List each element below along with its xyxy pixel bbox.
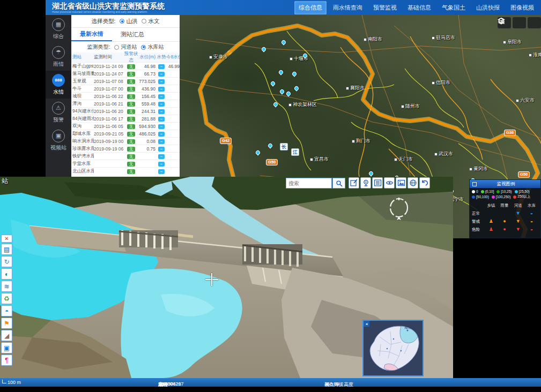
cell-trend: − (157, 154, 166, 159)
webcam-button[interactable] (360, 177, 371, 189)
search-button[interactable] (332, 178, 345, 189)
cell-status: 无 (124, 169, 138, 174)
viewer-tool-icon: ▣ (4, 344, 10, 352)
table-row[interactable]: 落马坡雨量... 2019-11-24 07 无 66.73 − (71, 70, 180, 77)
radio-mountain-flood[interactable] (120, 19, 124, 24)
city-label: 神农架林区 (288, 101, 317, 108)
compass[interactable] (388, 197, 410, 221)
left-sidebar: ▦ 综合 ☂ 雨情 888 水情 ⚠ 预警 ▣ 视频站 (46, 15, 71, 177)
cell-station: 双沟 (71, 123, 94, 130)
radio-reservoir-station[interactable] (141, 45, 146, 50)
city-label: 信阳市 (432, 79, 450, 86)
menu-item[interactable]: 综合信息 (294, 1, 327, 14)
cell-status: 无 (124, 154, 138, 159)
cell-status: 无 (124, 146, 138, 152)
town-marker-icon: ♟ (484, 227, 498, 232)
menu-item[interactable]: 基础信息 (403, 1, 435, 14)
legend-header[interactable]: 监视图例 (470, 180, 540, 188)
menu-item[interactable]: 图像视频 (506, 1, 538, 14)
table-row[interactable]: 鄢城水库 2019-09-21 05 无 486.025 − (71, 130, 180, 137)
status-badge: 无 (127, 132, 136, 137)
table-row[interactable]: 94兴建水位... 2019-11-06 20 无 244.31 − (71, 107, 180, 115)
viewer-tool-button[interactable]: ◢ (1, 330, 12, 341)
table-row[interactable]: 牛斗 2019-11-07 00 无 436.90 − (71, 85, 180, 92)
chart-edit-button[interactable] (349, 177, 359, 189)
sidebar-item[interactable]: ☂ 雨情 (46, 43, 71, 71)
overview-inset-map[interactable]: ◂ 海口市 (362, 320, 424, 376)
city-marker-icon (209, 56, 212, 59)
menu-item[interactable]: 气象国土 (438, 1, 470, 14)
table-row[interactable]: 珍珠露水库(... 2019-09-19 06 无 0.75 − (71, 145, 180, 152)
viewer-tool-button[interactable]: ♻ (1, 293, 12, 304)
trend-steady-icon: − (158, 154, 165, 159)
viewer-tool-button[interactable]: ≋ (1, 281, 12, 292)
viewer-tool-button[interactable]: ◓ (1, 305, 12, 316)
table-row[interactable]: 84兴建雨水... 2019-11-06 17 无 281.88 − (71, 115, 180, 122)
cell-time: 2019-11-06 20 (94, 109, 124, 114)
table-row[interactable]: 学堂水库 无 − (71, 160, 180, 167)
viewer-tool-icon: ✕ (4, 236, 9, 242)
cell-status: 无 (124, 64, 138, 69)
cell-status: 无 (124, 94, 138, 99)
sidebar-item-label: 雨情 (53, 61, 64, 68)
table-row[interactable]: 北山区水库 无 − (71, 167, 180, 175)
tab-station-summary[interactable]: 测站汇总 (112, 28, 153, 41)
viewer-3d[interactable]: 站 ✕ ▤ ↻ ◐ ≋ ♻ ◓ ⚑ ◢ ▣ ¶ (0, 177, 453, 378)
cell-time: 2019-09-21 05 (94, 131, 124, 137)
table-row[interactable]: 响水洞水库(... 2019-09-19 00 无 0.08 − (71, 137, 180, 145)
menu-item[interactable]: 预警监视 (369, 1, 401, 14)
page-subtitle: Hubei provincial mountain torrent disast… (52, 11, 165, 13)
legend-item: [100,250) (492, 194, 510, 199)
undo-button[interactable] (419, 177, 430, 189)
viewer-tool-button[interactable]: ↻ (1, 256, 12, 267)
table-row[interactable]: 铁炉湾水库 无 − (71, 152, 180, 160)
viewer-tool-button[interactable]: ▤ (1, 244, 12, 255)
search-input[interactable] (286, 178, 332, 189)
status-badge: 无 (127, 72, 136, 77)
viewer-tool-icon: ⚑ (4, 320, 10, 327)
cell-station: 城坝 (71, 93, 94, 100)
table-row[interactable]: 潭沟 2019-11-06 21 无 559.48 − (71, 100, 180, 107)
menu-item[interactable]: 山洪快报 (472, 1, 504, 14)
snapshot-button[interactable] (396, 177, 406, 189)
table-row[interactable]: 玉皇观 2019-11-07 08 无 773.025 − (71, 77, 180, 85)
table-row[interactable]: 梅子山gps站 2019-11-24 09 无 46.98 − 46.99 (71, 62, 180, 70)
road-badge: G36 (504, 130, 516, 136)
menu-item[interactable]: 雨水情查询 (329, 1, 367, 14)
city-marker-icon (432, 81, 435, 85)
cell-level: 66.73 (138, 71, 157, 77)
viewer-tool-button[interactable]: ⚑ (1, 318, 12, 329)
layers-button[interactable] (528, 17, 541, 28)
sidebar-item[interactable]: ▦ 综合 (46, 15, 71, 43)
globe-button[interactable] (407, 177, 418, 189)
table-row[interactable]: 双沟 2019-11-06 05 无 594.930 − (71, 122, 180, 130)
list-button[interactable] (372, 177, 383, 189)
eye-button[interactable] (384, 177, 395, 189)
radio-river-station-label[interactable]: 河道站 (121, 43, 137, 51)
rain-marker-icon: ● (498, 219, 511, 224)
viewer-search-bar (286, 178, 345, 189)
sidebar-item[interactable]: ⚠ 预警 (46, 99, 71, 126)
radio-hydrology-label[interactable]: 水文 (148, 18, 159, 25)
table-row[interactable]: 城坝 2019-11-06 22 无 156.45 − (71, 92, 180, 100)
cell-level: 0.08 (138, 139, 157, 144)
viewer-right-toolbar (349, 177, 430, 189)
legend-collapse-icon[interactable] (472, 182, 477, 186)
inset-toggle-button[interactable]: ◂ (364, 321, 369, 327)
city-label: 六安市 (516, 97, 535, 104)
legend-item: [10,25) (496, 190, 512, 193)
radio-mountain-flood-label[interactable]: 山洪 (126, 18, 137, 25)
viewer-tool-button[interactable]: ◐ (1, 268, 12, 280)
cell-status: 无 (124, 139, 138, 144)
radio-hydrology[interactable] (142, 19, 146, 24)
viewer-tool-button[interactable]: ✕ (1, 235, 12, 243)
radio-river-station[interactable] (114, 45, 119, 50)
sidebar-item[interactable]: ▣ 视频站 (46, 126, 71, 154)
map-search-button[interactable] (513, 17, 526, 28)
col-status: 预警状态 (124, 51, 138, 64)
sidebar-item[interactable]: 888 水情 (46, 71, 71, 99)
viewer-tool-button[interactable]: ¶ (1, 355, 12, 366)
radio-reservoir-station-label[interactable]: 水库站 (147, 43, 164, 51)
tab-latest-water[interactable]: 最新水情 (71, 28, 112, 41)
viewer-tool-button[interactable]: ▣ (1, 342, 12, 353)
